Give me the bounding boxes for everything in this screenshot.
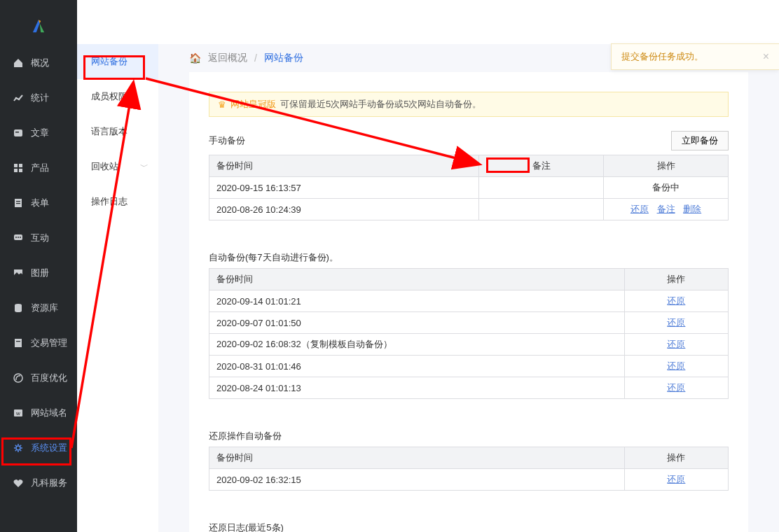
sidebar-label: 图册: [31, 267, 49, 279]
table-row: 2020-08-31 01:01:46还原: [209, 356, 729, 377]
sidebar-label: 互动: [31, 232, 49, 244]
subnav-item-backup[interactable]: 网站备份: [77, 44, 158, 79]
heart-icon: [13, 477, 24, 489]
close-icon[interactable]: ×: [763, 50, 769, 63]
subnav-item-members[interactable]: 成员权限: [77, 79, 158, 114]
link-restore[interactable]: 还原: [667, 474, 685, 484]
sidebar-item-trade[interactable]: 交易管理: [0, 326, 77, 360]
col-remark: 备注: [479, 155, 604, 177]
manual-backup-header: 手动备份 立即备份: [209, 131, 729, 150]
sidebar-label: 表单: [31, 197, 49, 209]
main-panel: 🏠 返回概况 / 网站备份 ♛ 网站皇冠版 可保留最近5次网站手动备份或5次网站…: [158, 44, 779, 532]
toast-text: 提交备份任务成功。: [621, 50, 703, 63]
svg-text:w: w: [15, 410, 20, 416]
form-icon: [13, 197, 24, 209]
section-title: 手动备份: [209, 134, 245, 147]
table-row: 2020-09-02 16:08:32（复制模板自动备份）还原: [209, 334, 729, 356]
table-row: 2020-09-14 01:01:21还原: [209, 290, 729, 312]
chevron-down-icon: ﹀: [140, 161, 149, 173]
restore-auto-header: 还原操作自动备份: [209, 430, 729, 442]
sidebar-item-resources[interactable]: 资源库: [0, 290, 77, 326]
cell-ops: 备份中: [604, 177, 729, 199]
sidebar-item-gallery[interactable]: 图册: [0, 255, 77, 290]
cell-remark: [479, 177, 604, 199]
col-time: 备份时间: [209, 155, 479, 177]
gear-icon: [13, 442, 24, 454]
cell-time: 2020-08-31 01:01:46: [209, 356, 625, 377]
subnav-item-recycle[interactable]: 回收站﹀: [77, 149, 158, 184]
sidebar-item-baidu[interactable]: 百度优化: [0, 360, 77, 396]
subnav-item-log[interactable]: 操作日志: [77, 184, 158, 219]
link-restore[interactable]: 还原: [667, 317, 685, 328]
toast-success: 提交备份任务成功。 ×: [611, 43, 779, 70]
chat-icon: [13, 232, 24, 244]
sidebar-item-product[interactable]: 产品: [0, 150, 77, 186]
subnav-label: 回收站: [91, 160, 118, 173]
sidebar-item-interact[interactable]: 互动: [0, 220, 77, 255]
link-restore[interactable]: 还原: [667, 360, 685, 371]
notice-text: 可保留最近5次网站手动备份或5次网站自动备份。: [280, 98, 481, 111]
domain-icon: w: [13, 407, 24, 419]
cell-time: 2020-08-26 10:24:39: [209, 199, 479, 220]
subnav-label: 操作日志: [91, 195, 127, 208]
article-icon: [13, 127, 24, 139]
link-remark[interactable]: 备注: [657, 204, 675, 214]
content-card: ♛ 网站皇冠版 可保留最近5次网站手动备份或5次网站自动备份。 手动备份 立即备…: [189, 72, 748, 532]
sub-sidebar: 网站备份 成员权限 语言版本 回收站﹀ 操作日志: [77, 44, 158, 532]
breadcrumb-current: 网站备份: [264, 52, 303, 64]
svg-rect-7: [19, 169, 22, 172]
svg-rect-5: [19, 164, 22, 167]
link-restore[interactable]: 还原: [630, 204, 649, 214]
sidebar-item-article[interactable]: 文章: [0, 115, 77, 150]
db-icon: [13, 302, 24, 314]
sidebar-label: 交易管理: [31, 337, 67, 349]
restore-log-header: 还原日志(最近5条): [209, 522, 729, 532]
sidebar-item-stats[interactable]: 统计: [0, 80, 77, 115]
cell-time: 2020-09-07 01:01:50: [209, 312, 625, 334]
trade-icon: [13, 337, 24, 349]
cell-time: 2020-09-02 16:08:32（复制模板自动备份）: [209, 334, 625, 356]
cell-time: 2020-09-15 16:13:57: [209, 177, 479, 199]
product-icon: [13, 162, 24, 174]
breadcrumb-back[interactable]: 返回概况: [208, 52, 247, 64]
sidebar-item-settings[interactable]: 系统设置: [0, 430, 77, 465]
svg-point-0: [15, 97, 18, 99]
link-restore[interactable]: 还原: [667, 382, 685, 393]
table-row: 2020-09-15 16:13:57 备份中: [209, 177, 729, 199]
col-time: 备份时间: [209, 269, 625, 290]
svg-point-22: [16, 446, 20, 450]
sidebar-label: 百度优化: [31, 372, 67, 384]
svg-rect-17: [15, 339, 22, 347]
sidebar-label: 系统设置: [31, 442, 67, 454]
backup-now-button[interactable]: 立即备份: [671, 131, 729, 150]
manual-backup-table: 备份时间 备注 操作 2020-09-15 16:13:57 备份中 2020-…: [209, 155, 729, 220]
section-title: 自动备份(每7天自动进行备份)。: [209, 251, 338, 264]
subnav-item-language[interactable]: 语言版本: [77, 114, 158, 149]
svg-rect-6: [14, 169, 18, 172]
col-time: 备份时间: [209, 447, 625, 469]
baidu-icon: [13, 372, 24, 384]
app-logo: [0, 7, 77, 46]
section-title: 还原日志(最近5条): [209, 522, 284, 532]
sidebar-item-service[interactable]: 凡科服务: [0, 465, 77, 500]
link-delete[interactable]: 删除: [683, 204, 701, 214]
col-ops: 操作: [624, 447, 728, 469]
cell-time: 2020-08-24 01:01:13: [209, 377, 625, 399]
subnav-label: 语言版本: [91, 125, 127, 138]
cell-time: 2020-09-14 01:01:21: [209, 290, 625, 312]
cell-remark: [479, 199, 604, 220]
sidebar-item-domain[interactable]: w网站域名: [0, 396, 77, 430]
auto-backup-header: 自动备份(每7天自动进行备份)。: [209, 251, 729, 264]
notice-bar: ♛ 网站皇冠版 可保留最近5次网站手动备份或5次网站自动备份。: [209, 92, 729, 117]
col-ops: 操作: [624, 269, 728, 290]
sidebar-label: 网站域名: [31, 407, 67, 419]
breadcrumb-sep: /: [254, 52, 257, 64]
sidebar-label: 统计: [31, 92, 49, 104]
svg-rect-18: [16, 341, 20, 342]
link-restore[interactable]: 还原: [667, 339, 685, 349]
sidebar-item-overview[interactable]: 概况: [0, 46, 77, 80]
link-restore[interactable]: 还原: [667, 295, 685, 306]
table-row: 2020-09-07 01:01:50还原: [209, 312, 729, 334]
sidebar-item-form[interactable]: 表单: [0, 186, 77, 220]
table-row: 2020-09-02 16:32:15还原: [209, 469, 729, 491]
